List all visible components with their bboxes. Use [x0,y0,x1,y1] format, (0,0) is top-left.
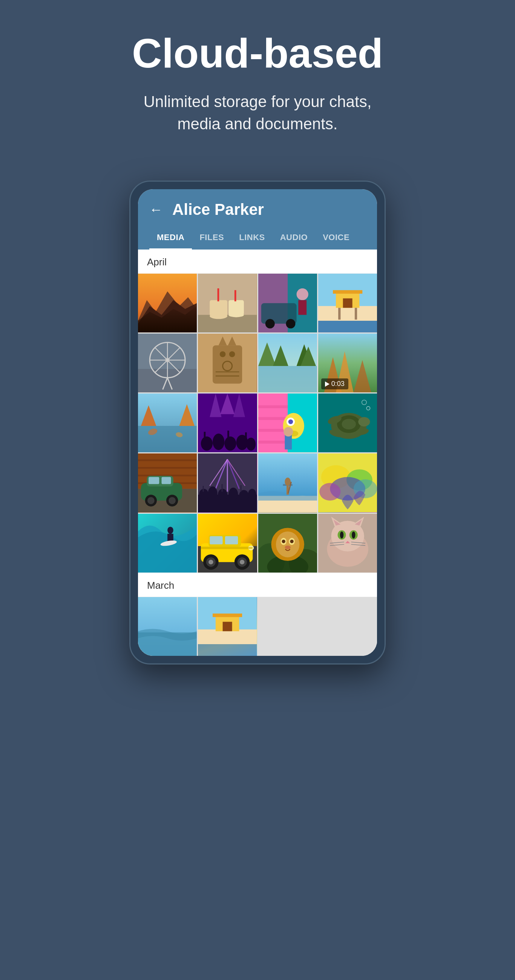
svg-point-153 [240,559,245,564]
svg-rect-72 [245,432,247,439]
april-photo-grid: 0:03 [138,274,377,573]
tab-voice[interactable]: VOICE [315,228,357,250]
hero-title: Cloud-based [15,30,500,76]
hero-section: Cloud-based Unlimited storage for your c… [0,0,515,158]
svg-rect-17 [298,300,306,315]
april-label: April [138,250,377,274]
svg-rect-189 [213,614,242,617]
svg-rect-71 [227,431,229,439]
svg-point-176 [340,531,343,538]
list-item[interactable] [258,393,317,452]
phone-mockup: ← Alice Parker MEDIA FILES LINKS AUDIO V… [129,181,386,665]
svg-point-14 [265,319,274,328]
list-item[interactable] [138,597,197,656]
svg-rect-23 [343,298,352,307]
svg-point-137 [319,483,340,501]
svg-point-41 [229,351,235,357]
svg-point-69 [246,438,256,450]
svg-rect-99 [138,467,197,469]
svg-rect-147 [225,536,238,544]
svg-rect-8 [229,300,244,315]
svg-point-150 [209,559,214,564]
svg-point-66 [213,433,224,450]
svg-rect-110 [162,477,171,484]
svg-point-163 [282,539,285,543]
svg-rect-46 [258,366,317,392]
list-item[interactable] [198,597,257,656]
march-label: March [138,573,377,597]
list-item[interactable] [318,274,377,332]
phone-screen: ← Alice Parker MEDIA FILES LINKS AUDIO V… [138,189,377,656]
list-item[interactable] [138,514,197,573]
march-section: March [138,573,377,656]
list-item[interactable] [318,393,377,452]
list-item[interactable] [198,453,257,512]
chat-name: Alice Parker [172,200,264,219]
svg-point-81 [288,420,293,425]
svg-rect-37 [213,345,242,384]
svg-rect-146 [210,536,223,544]
svg-rect-83 [285,434,292,449]
svg-point-130 [285,477,291,486]
list-item[interactable] [258,453,317,512]
list-item[interactable]: 0:03 [318,334,377,392]
svg-rect-22 [333,290,362,293]
tab-links[interactable]: LINKS [231,228,273,250]
chat-header: ← Alice Parker MEDIA FILES LINKS AUDIO V… [138,189,377,250]
svg-rect-125 [222,484,223,492]
list-item[interactable] [198,334,257,392]
svg-rect-98 [138,460,197,461]
svg-rect-155 [201,547,253,549]
svg-point-161 [276,531,299,557]
svg-point-15 [286,319,295,328]
svg-point-16 [297,288,308,300]
list-item[interactable] [318,514,377,573]
hero-subtitle: Unlimited storage for your chats, media … [126,91,389,135]
svg-rect-75 [258,405,288,408]
list-item[interactable] [198,274,257,332]
list-item[interactable] [318,453,377,512]
list-item[interactable] [138,393,197,452]
back-button[interactable]: ← [149,202,163,218]
svg-rect-4 [198,315,257,332]
svg-rect-20 [318,321,377,332]
svg-rect-77 [258,429,288,432]
svg-point-108 [169,497,176,504]
svg-point-106 [147,497,155,504]
list-item[interactable] [198,514,257,573]
svg-point-123 [248,489,257,501]
tab-files[interactable]: FILES [192,228,231,250]
march-photo-grid [138,597,377,656]
svg-rect-6 [210,300,228,316]
svg-point-140 [167,527,174,534]
video-duration: 0:03 [332,380,344,388]
list-item[interactable] [198,393,257,452]
svg-rect-186 [198,630,257,644]
list-item[interactable] [258,274,317,332]
list-item[interactable] [258,514,317,573]
svg-rect-76 [258,417,288,420]
tab-media[interactable]: MEDIA [149,228,192,250]
svg-rect-25 [355,307,357,319]
list-item[interactable] [138,274,197,332]
video-duration-badge: 0:03 [321,379,348,389]
list-item[interactable] [138,453,197,512]
svg-point-166 [285,546,291,549]
list-item[interactable] [138,334,197,392]
list-item[interactable] [258,334,317,392]
svg-point-89 [341,419,356,429]
svg-rect-126 [241,485,242,492]
svg-rect-24 [338,307,340,319]
svg-rect-56 [138,426,197,452]
april-section: April [138,250,377,573]
svg-rect-187 [198,644,257,656]
media-content: April [138,250,377,656]
svg-rect-109 [148,477,159,484]
svg-point-84 [284,427,293,436]
svg-point-40 [220,351,226,357]
tab-audio[interactable]: AUDIO [273,228,315,250]
svg-rect-78 [258,441,288,444]
svg-rect-10 [234,290,236,301]
svg-rect-70 [204,432,206,439]
svg-point-121 [229,488,238,501]
